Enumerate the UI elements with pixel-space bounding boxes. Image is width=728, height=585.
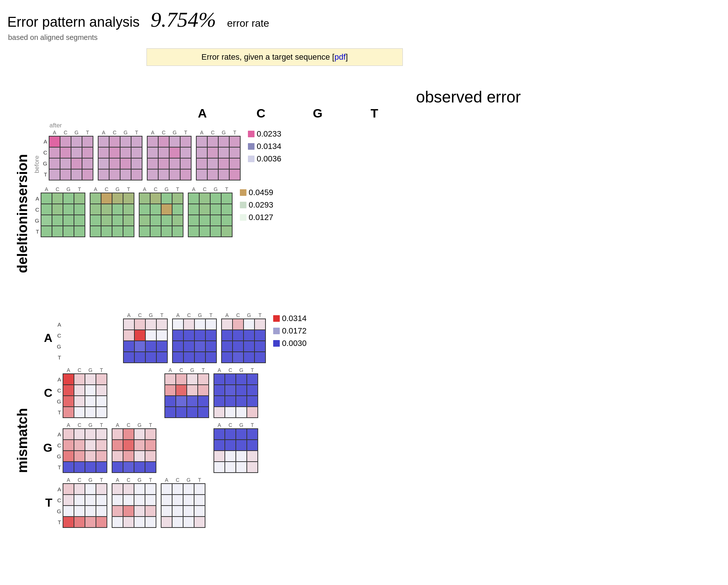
mm-row-T-label: T — [33, 477, 55, 528]
mm-G-row-G: G — [55, 451, 62, 462]
observed-error-label: observed error — [216, 88, 721, 106]
mm-C-grid-A: A C G T — [63, 367, 107, 418]
subst-grid-T: A C G T — [196, 130, 241, 180]
legend-mm-mid: 0.0172 — [282, 326, 307, 336]
subst-grid-C: A C G T — [98, 130, 142, 180]
mm-C-row-A: A — [55, 374, 62, 385]
banner: Error rates, given a target sequence [pd… — [146, 48, 403, 66]
banner-text: Error rates, given a target sequence [ — [201, 52, 334, 62]
col-header-A: A — [172, 106, 233, 120]
del-A-row-A: A — [55, 319, 62, 330]
legend-ins-mid: 0.0293 — [249, 200, 273, 210]
ins-grid-C: A C G T — [90, 186, 134, 237]
subtitle: based on aligned segments — [8, 33, 721, 42]
col-header-G: G — [289, 106, 346, 120]
mm-row-C-label: C — [33, 367, 55, 418]
mm-C-grid-T: A C G T — [213, 367, 258, 418]
mm-T-grid-C: A C G T — [112, 477, 156, 528]
mm-G-row-T: T — [55, 462, 62, 473]
ins-row-label-T: T — [33, 226, 40, 237]
mm-G-row-A: A — [55, 429, 62, 440]
mm-T-grid-G: A C G T — [161, 477, 205, 528]
page-title: Error pattern analysis — [7, 14, 140, 30]
mm-T-row-T: T — [55, 517, 62, 528]
legend-ins-high: 0.0459 — [249, 188, 273, 197]
before-label: before — [33, 129, 41, 173]
mm-C-row-C: C — [55, 385, 62, 396]
del-A-row-C: C — [55, 330, 62, 341]
row-label-T1: T — [41, 169, 48, 180]
row-label-A1: A — [41, 136, 48, 147]
row-label-C1: C — [41, 147, 48, 158]
row-label-G1: G — [41, 158, 48, 169]
legend-subst-mid: 0.0134 — [257, 142, 281, 151]
del-A-row-G: G — [55, 341, 62, 352]
legend-mm-high: 0.0314 — [282, 314, 307, 323]
mm-G-grid-C: A C G T — [112, 422, 156, 473]
col-header-C: C — [233, 106, 289, 120]
after-label: after — [49, 122, 241, 129]
mm-T-row-C: C — [55, 495, 62, 506]
subst-grid-A: A C G T — [49, 130, 93, 180]
deletion-insertion-label: deleltioninsersion — [15, 122, 30, 305]
mm-row-G-label: G — [33, 422, 55, 473]
mm-G-row-C: C — [55, 440, 62, 451]
ins-row-label-C: C — [33, 204, 40, 215]
ins-row-label-A: A — [33, 193, 40, 204]
banner-text-end: ] — [346, 52, 348, 62]
mm-G-grid-A: A C G T — [63, 422, 107, 473]
page-header: Error pattern analysis 9.754% error rate — [7, 7, 721, 32]
mm-C-row-G: G — [55, 396, 62, 407]
legend-subst-low: 0.0036 — [257, 154, 281, 164]
ins-row-label-G: G — [33, 215, 40, 226]
legend-mm-low: 0.0030 — [282, 339, 307, 348]
del-A-grid-C: A C G T — [123, 312, 168, 363]
insertion-legend: 0.0459 0.0293 0.0127 — [240, 188, 273, 222]
col-header-T: T — [346, 106, 403, 120]
mismatch-legend: 0.0314 0.0172 0.0030 — [273, 314, 307, 348]
ins-grid-A: A C G T — [41, 186, 85, 237]
legend-subst-high: 0.0233 — [257, 129, 281, 139]
legend-ins-low: 0.0127 — [249, 213, 273, 222]
mm-C-grid-G: A C G T — [164, 367, 209, 418]
error-rate-value: 9.754% — [151, 7, 216, 32]
ins-grid-G: A C G T — [139, 186, 183, 237]
mm-T-row-A: A — [55, 484, 62, 495]
error-rate-label: error rate — [227, 18, 269, 29]
mismatch-label: mismatch — [15, 312, 30, 569]
mm-T-row-G: G — [55, 506, 62, 517]
del-A-grid-G: A C G T — [172, 312, 217, 363]
substitution-legend: 0.0233 0.0134 0.0036 — [248, 129, 281, 164]
del-A-row-T: T — [55, 352, 62, 363]
mm-T-grid-A: A C G T — [63, 477, 107, 528]
subst-grid-G: A C G T — [147, 130, 192, 180]
ins-grid-T: A C G T — [188, 186, 233, 237]
mm-G-grid-T: A C G T — [213, 422, 258, 473]
del-row-A-label: A — [33, 312, 55, 364]
mm-C-row-T: T — [55, 407, 62, 418]
pdf-link[interactable]: pdf — [334, 52, 346, 62]
del-A-grid-T: A C G T — [221, 312, 266, 363]
